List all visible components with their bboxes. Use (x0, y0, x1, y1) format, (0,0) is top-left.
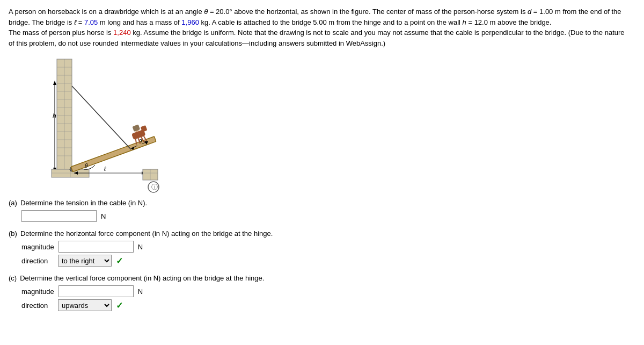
svg-rect-37 (132, 125, 140, 132)
svg-text:θ: θ (85, 163, 88, 169)
text-line1: A person on horseback is on a drawbridge… (9, 8, 621, 26)
part-c-magnitude-label: magnitude (21, 288, 54, 296)
question-c: (c) Determine the vertical force compone… (9, 274, 635, 311)
part-a-input[interactable] (21, 210, 97, 222)
text-line2: The mass of person plus horse is 1,240 k… (9, 28, 625, 47)
svg-marker-15 (53, 81, 56, 85)
figure-container: h θ ℓ d (41, 54, 635, 193)
cable-line (72, 86, 131, 149)
part-b-magnitude-row: magnitude N (21, 241, 635, 253)
figure-svg: h θ ℓ d (41, 54, 213, 193)
ell-value: 7.05 (84, 18, 98, 26)
part-b-magnitude-label: magnitude (21, 243, 54, 251)
part-b-text: Determine the horizontal force component… (20, 229, 273, 238)
part-c-text: Determine the vertical force component (… (20, 274, 264, 282)
part-b-magnitude-input[interactable] (58, 241, 134, 253)
part-c-magnitude-row: magnitude N (21, 285, 635, 297)
part-c-check-icon: ✓ (116, 300, 123, 311)
question-a-label: (a) Determine the tension in the cable (… (9, 199, 635, 207)
part-a-input-row: N (21, 210, 635, 222)
question-b-label: (b) Determine the horizontal force compo… (9, 229, 635, 238)
part-c-magnitude-unit: N (138, 288, 143, 296)
svg-text:ⓘ: ⓘ (151, 183, 158, 191)
part-c-letter: (c) (9, 274, 17, 282)
question-a: (a) Determine the tension in the cable (… (9, 199, 635, 222)
part-b-direction-label: direction (21, 257, 54, 265)
part-b-magnitude-unit: N (138, 243, 143, 251)
horse-mass-value: 1,240 (113, 28, 131, 37)
part-c-direction-row: direction upwards downwards ✓ (21, 299, 635, 311)
problem-text: A person on horseback is on a drawbridge… (9, 6, 631, 48)
svg-text:ℓ: ℓ (104, 166, 106, 172)
part-a-unit: N (101, 212, 106, 220)
part-a-text: Determine the tension in the cable (in N… (20, 199, 147, 207)
part-c-direction-label: direction (21, 301, 54, 310)
part-b-letter: (b) (9, 229, 17, 238)
part-b-direction-row: direction to the right to the left ✓ (21, 255, 635, 267)
bridge-mass-value: 1,960 (181, 18, 199, 26)
part-b-direction-select[interactable]: to the right to the left (58, 255, 112, 267)
part-c-direction-select[interactable]: upwards downwards (58, 299, 112, 311)
part-b-check-icon: ✓ (116, 256, 123, 266)
part-c-magnitude-input[interactable] (58, 285, 134, 297)
part-a-letter: (a) (9, 199, 17, 207)
question-c-label: (c) Determine the vertical force compone… (9, 274, 635, 282)
question-b: (b) Determine the horizontal force compo… (9, 229, 635, 267)
bridge-beam (71, 136, 156, 172)
